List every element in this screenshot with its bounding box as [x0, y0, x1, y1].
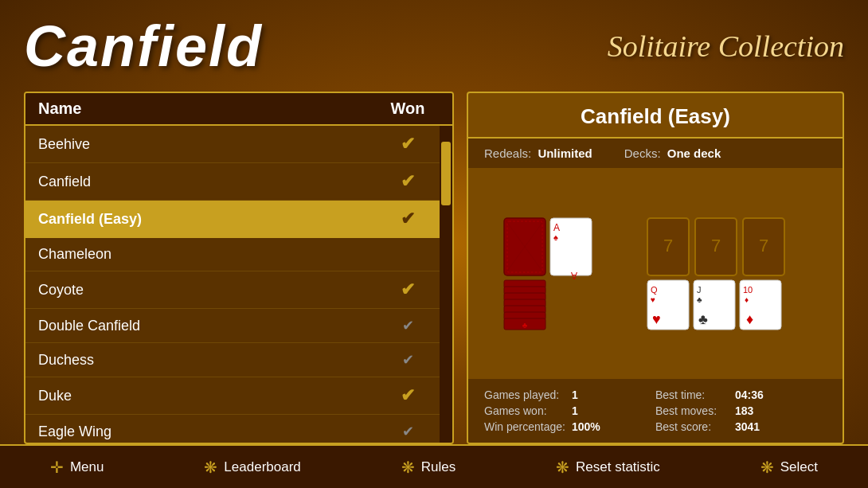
select-icon: ❋	[760, 458, 774, 477]
svg-text:♥: ♥	[652, 311, 661, 327]
detail-decks: Decks: One deck	[624, 146, 721, 160]
games-won-label: Games won:	[484, 404, 572, 417]
checkmark-icon: ✔	[401, 385, 415, 406]
app-title: Canfield	[24, 14, 263, 79]
game-list-item[interactable]: Double Canfield✔	[25, 309, 452, 343]
scrollbar-track[interactable]	[440, 126, 452, 443]
checkmark-gray-icon: ✔	[402, 423, 414, 440]
reset-label: Reset statistic	[576, 459, 660, 475]
game-preview-svg: A ♠ A 7 7 7 ♣	[484, 210, 827, 338]
game-list-item[interactable]: Canfield (Easy)✔	[25, 201, 452, 238]
game-name: Coyote	[38, 282, 376, 299]
won-indicator: ✔	[376, 171, 440, 192]
best-score-label: Best score:	[655, 420, 735, 433]
game-list-item[interactable]: Coyote✔	[25, 271, 452, 309]
game-name: Canfield (Easy)	[38, 211, 376, 228]
stat-best-score: Best score: 3041	[655, 420, 827, 433]
stat-win-pct: Win percentage: 100%	[484, 420, 655, 433]
select-label: Select	[780, 459, 818, 475]
won-indicator: ✔	[376, 423, 440, 440]
won-indicator: ✔	[376, 385, 440, 406]
won-indicator: ✔	[376, 209, 440, 229]
game-name: Duchess	[38, 352, 376, 369]
svg-text:♣: ♣	[697, 295, 702, 304]
best-moves-label: Best moves:	[655, 404, 735, 417]
leaderboard-label: Leaderboard	[224, 459, 300, 475]
game-name: Eagle Wing	[38, 424, 376, 440]
header: Canfield Solitaire Collection	[0, 0, 868, 92]
leaderboard-icon: ❋	[204, 458, 217, 477]
list-header: Name Won	[25, 93, 452, 126]
stat-games-played: Games played: 1	[484, 388, 655, 401]
svg-text:10: 10	[743, 285, 753, 295]
scrollbar-thumb[interactable]	[441, 142, 451, 205]
redeals-label: Redeals:	[484, 146, 531, 160]
game-list-item[interactable]: Eagle Wing✔	[25, 415, 452, 443]
checkmark-gray-icon: ✔	[402, 317, 414, 334]
game-list-item[interactable]: Chameleon	[25, 238, 452, 271]
best-time-label: Best time:	[655, 388, 735, 401]
checkmark-gray-icon: ✔	[402, 351, 414, 369]
detail-title: Canfield (Easy)	[468, 93, 843, 139]
games-played-value: 1	[572, 388, 620, 401]
stat-best-time: Best time: 04:36	[655, 388, 827, 401]
won-indicator: ✔	[376, 351, 440, 369]
svg-text:7: 7	[663, 236, 673, 256]
decks-label: Decks:	[624, 146, 661, 160]
svg-text:♠: ♠	[553, 232, 558, 242]
list-header-won: Won	[376, 100, 440, 118]
svg-text:Q: Q	[651, 285, 658, 295]
won-indicator: ✔	[376, 279, 440, 300]
menu-icon: ✛	[50, 458, 64, 477]
svg-text:7: 7	[711, 236, 721, 256]
detail-redeals: Redeals: Unlimited	[484, 146, 592, 160]
app-subtitle: Solitaire Collection	[608, 29, 844, 64]
win-pct-label: Win percentage:	[484, 420, 572, 433]
svg-text:♣: ♣	[522, 321, 528, 330]
best-moves-value: 183	[735, 404, 753, 417]
checkmark-icon: ✔	[401, 279, 415, 300]
redeals-value: Unlimited	[538, 146, 592, 160]
detail-meta: Redeals: Unlimited Decks: One deck	[468, 139, 843, 168]
game-list-item[interactable]: Beehive✔	[25, 126, 452, 163]
svg-text:A: A	[553, 222, 560, 233]
svg-text:A: A	[571, 270, 577, 281]
reset-button[interactable]: ❋ Reset statistic	[545, 453, 671, 482]
svg-text:♦: ♦	[745, 295, 749, 304]
menu-label: Menu	[70, 459, 104, 475]
detail-preview: A ♠ A 7 7 7 ♣	[468, 168, 843, 379]
stat-games-won: Games won: 1	[484, 404, 655, 417]
best-score-value: 3041	[735, 420, 760, 433]
leaderboard-button[interactable]: ❋ Leaderboard	[193, 453, 311, 482]
games-won-value: 1	[572, 404, 620, 417]
game-list-item[interactable]: Canfield✔	[25, 163, 452, 201]
svg-text:♥: ♥	[651, 295, 655, 304]
win-pct-value: 100%	[572, 420, 620, 433]
best-time-value: 04:36	[735, 388, 764, 401]
select-button[interactable]: ❋ Select	[749, 453, 829, 482]
list-header-name: Name	[38, 100, 376, 118]
reset-icon: ❋	[556, 458, 569, 477]
checkmark-icon: ✔	[401, 134, 415, 154]
main-content: Name Won Beehive✔Canfield✔Canfield (Easy…	[0, 92, 868, 444]
menu-button[interactable]: ✛ Menu	[39, 453, 115, 482]
detail-stats: Games played: 1 Best time: 04:36 Games w…	[468, 379, 843, 443]
game-list-item[interactable]: Duke✔	[25, 377, 452, 415]
won-indicator: ✔	[376, 317, 440, 334]
svg-text:♣: ♣	[698, 311, 708, 327]
game-name: Beehive	[38, 136, 376, 153]
footer: ✛ Menu ❋ Leaderboard ❋ Rules ❋ Reset sta…	[0, 444, 868, 488]
rules-button[interactable]: ❋ Rules	[390, 453, 467, 482]
stat-best-moves: Best moves: 183	[655, 404, 827, 417]
games-played-label: Games played:	[484, 388, 572, 401]
decks-value: One deck	[667, 146, 721, 160]
rules-icon: ❋	[401, 458, 415, 477]
game-name: Duke	[38, 388, 376, 404]
won-indicator: ✔	[376, 134, 440, 154]
game-name: Chameleon	[38, 246, 376, 263]
game-name: Double Canfield	[38, 318, 376, 334]
svg-text:♦: ♦	[746, 311, 753, 327]
checkmark-icon: ✔	[401, 209, 415, 229]
game-list: Beehive✔Canfield✔Canfield (Easy)✔Chamele…	[25, 126, 452, 443]
game-list-item[interactable]: Duchess✔	[25, 343, 452, 377]
